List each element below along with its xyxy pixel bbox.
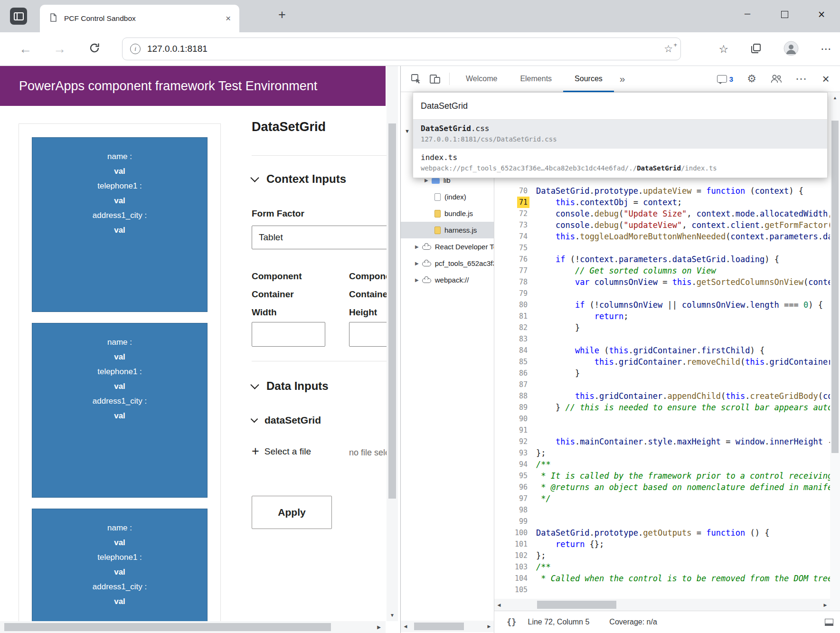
code-line[interactable]: 80 if (!columnsOnView || columnsOnView.l… xyxy=(494,299,830,311)
toggle-drawer-icon[interactable] xyxy=(825,619,833,626)
code-line[interactable]: 101 return {}; xyxy=(494,539,830,550)
line-number[interactable]: 96 xyxy=(494,482,536,493)
expander-icon[interactable]: ▶ xyxy=(425,178,428,183)
line-number[interactable]: 102 xyxy=(494,550,536,561)
line-number[interactable]: 103 xyxy=(494,561,536,573)
navigator-horizontal-scrollbar[interactable]: ◀ ▶ xyxy=(401,621,494,632)
quick-open-input[interactable]: DataSetGrid xyxy=(413,93,827,120)
context-inputs-section-header[interactable]: Context Inputs xyxy=(252,172,346,186)
scroll-right-icon[interactable]: ▶ xyxy=(373,621,385,633)
profile-avatar[interactable] xyxy=(783,41,799,58)
tab-close-icon[interactable]: × xyxy=(226,13,231,24)
scroll-left-icon[interactable]: ◀ xyxy=(494,599,504,611)
add-favorite-icon[interactable]: ☆+ xyxy=(664,43,673,55)
code-line[interactable]: 99 xyxy=(494,516,830,527)
scroll-right-icon[interactable]: ▶ xyxy=(821,599,830,611)
scroll-right-icon[interactable]: ▶ xyxy=(484,621,494,632)
site-info-icon[interactable]: i xyxy=(130,44,141,54)
scrollbar-thumb[interactable] xyxy=(831,121,839,453)
address-bar[interactable]: i 127.0.0.1:8181 ☆+ xyxy=(122,38,681,60)
maximize-button[interactable] xyxy=(766,0,803,28)
code-line[interactable]: 84 while (this.gridContainer.firstChild)… xyxy=(494,345,830,356)
file-tree-item-webpack-[interactable]: ▶webpack:// xyxy=(401,272,494,288)
inspect-element-icon[interactable] xyxy=(406,69,425,88)
code-line[interactable]: 93}; xyxy=(494,447,830,459)
line-number[interactable]: 98 xyxy=(494,504,536,516)
file-tree-item-pcf-tools-652ac3f36e[interactable]: ▶pcf_tools_652ac3f36e xyxy=(401,255,494,272)
line-number[interactable]: 87 xyxy=(494,379,536,390)
code-line[interactable]: 79 xyxy=(494,288,830,299)
line-number[interactable]: 100 xyxy=(494,527,536,539)
line-number[interactable]: 71 xyxy=(494,197,536,208)
line-number[interactable]: 88 xyxy=(494,390,536,402)
code-line[interactable]: 94/** xyxy=(494,459,830,470)
apply-button[interactable]: Apply xyxy=(252,496,332,529)
more-tabs-icon[interactable]: » xyxy=(614,73,631,85)
file-tree-item--index-[interactable]: (index) xyxy=(401,189,494,205)
code-line[interactable]: 92 this.mainContainer.style.maxHeight = … xyxy=(494,436,830,447)
line-number[interactable]: 90 xyxy=(494,413,536,425)
line-number[interactable]: 97 xyxy=(494,493,536,504)
minimize-button[interactable]: ─ xyxy=(729,0,766,28)
line-number[interactable]: 76 xyxy=(494,254,536,265)
container-width-input[interactable] xyxy=(252,322,325,347)
line-number[interactable]: 80 xyxy=(494,299,536,311)
code-line[interactable]: 91 xyxy=(494,425,830,436)
scrollbar-thumb[interactable] xyxy=(388,123,396,499)
line-number[interactable]: 94 xyxy=(494,459,536,470)
line-number[interactable]: 93 xyxy=(494,447,536,459)
code-line[interactable]: 97 */ xyxy=(494,493,830,504)
file-tree-item-harness-js[interactable]: harness.js xyxy=(401,222,494,238)
code-line[interactable]: 73 console.debug("updateView", context.c… xyxy=(494,219,830,231)
scroll-up-icon[interactable]: ▲ xyxy=(830,93,840,103)
line-number[interactable]: 99 xyxy=(494,516,536,527)
record-card[interactable]: name :valtelephone1 :valaddress1_city :v… xyxy=(32,509,208,633)
line-number[interactable]: 104 xyxy=(494,573,536,584)
line-number[interactable]: 92 xyxy=(494,436,536,447)
line-number[interactable]: 89 xyxy=(494,402,536,413)
expander-icon[interactable]: ▶ xyxy=(415,277,419,283)
settings-more-icon[interactable]: ⋯ xyxy=(821,43,831,56)
tab-sources[interactable]: Sources xyxy=(563,66,614,92)
code-line[interactable]: 98 xyxy=(494,504,830,516)
expander-icon[interactable]: ▶ xyxy=(415,261,419,266)
record-card[interactable]: name :valtelephone1 :valaddress1_city :v… xyxy=(32,323,208,498)
code-line[interactable]: 88 this.gridContainer.appendChild(this.c… xyxy=(494,390,830,402)
browser-tab[interactable]: PCF Control Sandbox × xyxy=(40,5,239,32)
code-line[interactable]: 70DataSetGrid.prototype.updateView = fun… xyxy=(494,185,830,197)
code-line[interactable]: 74 this.toggleLoadMoreButtonWhenNeeded(c… xyxy=(494,231,830,242)
tab-elements[interactable]: Elements xyxy=(509,66,563,92)
quick-open-result[interactable]: DataSetGrid.css127.0.0.1:8181/css/DataSe… xyxy=(413,120,827,149)
line-number[interactable]: 75 xyxy=(494,242,536,254)
file-tree-item-react-developer-tools[interactable]: ▶React Developer Tools xyxy=(401,238,494,255)
tab-actions-menu-icon[interactable] xyxy=(10,8,27,25)
url-text[interactable]: 127.0.0.1:8181 xyxy=(147,44,664,54)
line-number[interactable]: 85 xyxy=(494,356,536,368)
code-line[interactable]: 105 xyxy=(494,584,830,595)
code-line[interactable]: 76 if (!context.parameters.dataSetGrid.l… xyxy=(494,254,830,265)
code-line[interactable]: 85 this.gridContainer.removeChild(this.g… xyxy=(494,356,830,368)
scroll-left-icon[interactable]: ◀ xyxy=(401,621,410,632)
tab-welcome[interactable]: Welcome xyxy=(454,66,509,92)
code-line[interactable]: 81 return; xyxy=(494,311,830,322)
scrollbar-thumb[interactable] xyxy=(414,623,464,630)
line-number[interactable]: 83 xyxy=(494,333,536,345)
line-number[interactable]: 95 xyxy=(494,470,536,482)
feedback-people-icon[interactable] xyxy=(764,69,789,88)
line-number[interactable]: 79 xyxy=(494,288,536,299)
line-number[interactable]: 84 xyxy=(494,345,536,356)
line-number[interactable]: 70 xyxy=(494,185,536,197)
page-vertical-scrollbar[interactable]: ▼ xyxy=(387,66,398,621)
dataset-subsection-header[interactable]: dataSetGrid xyxy=(252,415,321,426)
line-number[interactable]: 91 xyxy=(494,425,536,436)
code-line[interactable]: 82 } xyxy=(494,322,830,333)
close-window-button[interactable]: × xyxy=(803,0,840,28)
expander-icon[interactable]: ▶ xyxy=(415,244,419,249)
code-line[interactable]: 102}; xyxy=(494,550,830,561)
line-number[interactable]: 78 xyxy=(494,276,536,288)
data-inputs-section-header[interactable]: Data Inputs xyxy=(252,379,329,393)
quick-open-result[interactable]: index.tswebpack://pcf_tools_652ac3f36e…4… xyxy=(413,149,827,178)
code-line[interactable]: 100DataSetGrid.prototype.getOutputs = fu… xyxy=(494,527,830,539)
new-tab-button[interactable]: + xyxy=(278,8,286,22)
tree-expander-icon[interactable]: ▼ xyxy=(405,128,410,134)
